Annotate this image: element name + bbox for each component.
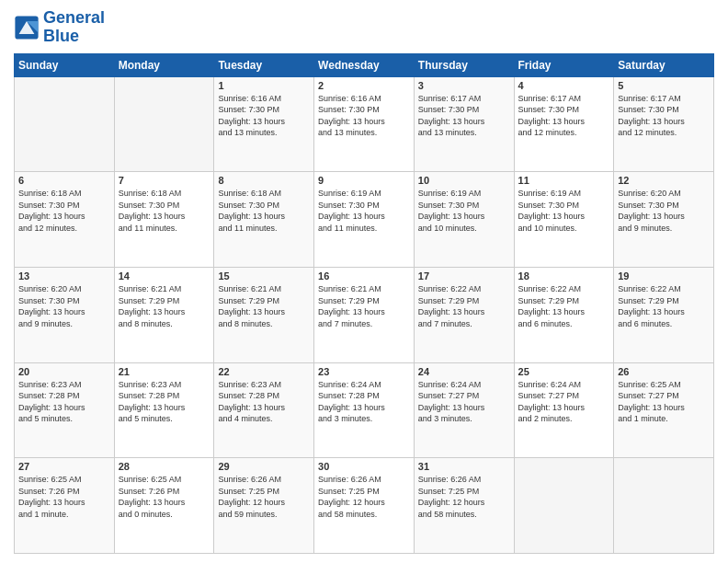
day-info: Sunrise: 6:21 AM Sunset: 7:29 PM Dayligh… [119,283,210,329]
day-number: 31 [418,461,510,472]
calendar-week-row: 27Sunrise: 6:25 AM Sunset: 7:26 PM Dayli… [15,458,714,554]
day-info: Sunrise: 6:24 AM Sunset: 7:27 PM Dayligh… [518,379,610,425]
calendar-cell: 31Sunrise: 6:26 AM Sunset: 7:25 PM Dayli… [414,458,514,554]
calendar-cell: 29Sunrise: 6:26 AM Sunset: 7:25 PM Dayli… [214,458,314,554]
calendar-cell: 28Sunrise: 6:25 AM Sunset: 7:26 PM Dayli… [114,458,214,554]
calendar-cell: 9Sunrise: 6:19 AM Sunset: 7:30 PM Daylig… [314,172,415,268]
day-number: 19 [618,270,710,282]
day-header-tuesday: Tuesday [214,53,314,76]
calendar-cell: 12Sunrise: 6:20 AM Sunset: 7:30 PM Dayli… [614,172,714,268]
day-number: 7 [119,175,210,186]
day-info: Sunrise: 6:26 AM Sunset: 7:25 PM Dayligh… [318,474,410,520]
day-number: 5 [618,80,710,91]
calendar-cell: 21Sunrise: 6:23 AM Sunset: 7:28 PM Dayli… [114,362,214,458]
day-info: Sunrise: 6:18 AM Sunset: 7:30 PM Dayligh… [119,188,210,234]
day-number: 9 [318,175,410,186]
day-number: 27 [18,461,110,472]
day-info: Sunrise: 6:22 AM Sunset: 7:29 PM Dayligh… [418,283,510,329]
day-number: 14 [119,270,210,282]
calendar-cell: 24Sunrise: 6:24 AM Sunset: 7:27 PM Dayli… [414,362,514,458]
calendar-cell: 25Sunrise: 6:24 AM Sunset: 7:27 PM Dayli… [514,362,614,458]
day-info: Sunrise: 6:16 AM Sunset: 7:30 PM Dayligh… [218,93,310,139]
calendar-cell: 13Sunrise: 6:20 AM Sunset: 7:30 PM Dayli… [15,267,115,362]
calendar-cell: 19Sunrise: 6:22 AM Sunset: 7:29 PM Dayli… [614,267,714,362]
day-info: Sunrise: 6:23 AM Sunset: 7:28 PM Dayligh… [119,379,210,425]
day-number: 10 [418,175,510,186]
calendar-cell: 23Sunrise: 6:24 AM Sunset: 7:28 PM Dayli… [314,362,415,458]
day-number: 17 [418,270,510,282]
day-info: Sunrise: 6:17 AM Sunset: 7:30 PM Dayligh… [518,93,610,139]
day-number: 1 [218,80,310,91]
day-info: Sunrise: 6:23 AM Sunset: 7:28 PM Dayligh… [218,379,310,425]
day-info: Sunrise: 6:26 AM Sunset: 7:25 PM Dayligh… [218,474,310,520]
day-info: Sunrise: 6:16 AM Sunset: 7:30 PM Dayligh… [318,93,410,139]
day-number: 21 [119,366,210,377]
day-info: Sunrise: 6:23 AM Sunset: 7:28 PM Dayligh… [18,379,110,425]
day-number: 24 [418,366,510,377]
day-info: Sunrise: 6:25 AM Sunset: 7:26 PM Dayligh… [119,474,210,520]
day-info: Sunrise: 6:20 AM Sunset: 7:30 PM Dayligh… [618,188,710,234]
day-info: Sunrise: 6:18 AM Sunset: 7:30 PM Dayligh… [18,188,110,234]
day-number: 4 [518,80,610,91]
calendar-week-row: 20Sunrise: 6:23 AM Sunset: 7:28 PM Dayli… [15,362,714,458]
calendar-cell: 8Sunrise: 6:18 AM Sunset: 7:30 PM Daylig… [214,172,314,268]
day-header-wednesday: Wednesday [314,53,415,76]
calendar-week-row: 13Sunrise: 6:20 AM Sunset: 7:30 PM Dayli… [15,267,714,362]
day-number: 18 [518,270,610,282]
day-number: 2 [318,80,410,91]
day-info: Sunrise: 6:19 AM Sunset: 7:30 PM Dayligh… [418,188,510,234]
day-number: 8 [218,175,310,186]
calendar-cell: 18Sunrise: 6:22 AM Sunset: 7:29 PM Dayli… [514,267,614,362]
logo-blue-text: Blue [43,28,105,46]
calendar-cell: 17Sunrise: 6:22 AM Sunset: 7:29 PM Dayli… [414,267,514,362]
day-info: Sunrise: 6:25 AM Sunset: 7:27 PM Dayligh… [618,379,710,425]
calendar-cell: 30Sunrise: 6:26 AM Sunset: 7:25 PM Dayli… [314,458,415,554]
day-number: 29 [218,461,310,472]
day-number: 25 [518,366,610,377]
day-number: 13 [18,270,110,282]
page: General Blue SundayMondayTuesdayWednesda… [0,0,728,563]
day-header-saturday: Saturday [614,53,714,76]
calendar-cell [114,76,214,172]
day-number: 20 [18,366,110,377]
day-info: Sunrise: 6:18 AM Sunset: 7:30 PM Dayligh… [218,188,310,234]
day-info: Sunrise: 6:19 AM Sunset: 7:30 PM Dayligh… [518,188,610,234]
calendar-week-row: 6Sunrise: 6:18 AM Sunset: 7:30 PM Daylig… [15,172,714,268]
day-number: 28 [119,461,210,472]
day-info: Sunrise: 6:22 AM Sunset: 7:29 PM Dayligh… [618,283,710,329]
logo-text: General [43,9,105,28]
calendar-cell: 10Sunrise: 6:19 AM Sunset: 7:30 PM Dayli… [414,172,514,268]
header: General Blue [14,9,714,46]
calendar-cell: 7Sunrise: 6:18 AM Sunset: 7:30 PM Daylig… [114,172,214,268]
calendar-cell: 11Sunrise: 6:19 AM Sunset: 7:30 PM Dayli… [514,172,614,268]
calendar-cell: 3Sunrise: 6:17 AM Sunset: 7:30 PM Daylig… [414,76,514,172]
logo: General Blue [14,9,105,46]
day-info: Sunrise: 6:26 AM Sunset: 7:25 PM Dayligh… [418,474,510,520]
day-info: Sunrise: 6:20 AM Sunset: 7:30 PM Dayligh… [18,283,110,329]
day-number: 11 [518,175,610,186]
calendar-cell: 4Sunrise: 6:17 AM Sunset: 7:30 PM Daylig… [514,76,614,172]
calendar-week-row: 1Sunrise: 6:16 AM Sunset: 7:30 PM Daylig… [15,76,714,172]
calendar-cell: 15Sunrise: 6:21 AM Sunset: 7:29 PM Dayli… [214,267,314,362]
day-info: Sunrise: 6:22 AM Sunset: 7:29 PM Dayligh… [518,283,610,329]
day-info: Sunrise: 6:25 AM Sunset: 7:26 PM Dayligh… [18,474,110,520]
day-number: 16 [318,270,410,282]
logo-icon [14,15,40,40]
day-number: 22 [218,366,310,377]
day-info: Sunrise: 6:24 AM Sunset: 7:27 PM Dayligh… [418,379,510,425]
day-number: 15 [218,270,310,282]
calendar-cell: 20Sunrise: 6:23 AM Sunset: 7:28 PM Dayli… [15,362,115,458]
calendar-cell: 16Sunrise: 6:21 AM Sunset: 7:29 PM Dayli… [314,267,415,362]
calendar-cell: 27Sunrise: 6:25 AM Sunset: 7:26 PM Dayli… [15,458,115,554]
day-header-thursday: Thursday [414,53,514,76]
day-number: 30 [318,461,410,472]
calendar-cell: 5Sunrise: 6:17 AM Sunset: 7:30 PM Daylig… [614,76,714,172]
day-header-monday: Monday [114,53,214,76]
day-number: 26 [618,366,710,377]
day-number: 3 [418,80,510,91]
day-header-sunday: Sunday [15,53,115,76]
day-info: Sunrise: 6:19 AM Sunset: 7:30 PM Dayligh… [318,188,410,234]
calendar-cell: 1Sunrise: 6:16 AM Sunset: 7:30 PM Daylig… [214,76,314,172]
day-info: Sunrise: 6:24 AM Sunset: 7:28 PM Dayligh… [318,379,410,425]
day-info: Sunrise: 6:21 AM Sunset: 7:29 PM Dayligh… [218,283,310,329]
